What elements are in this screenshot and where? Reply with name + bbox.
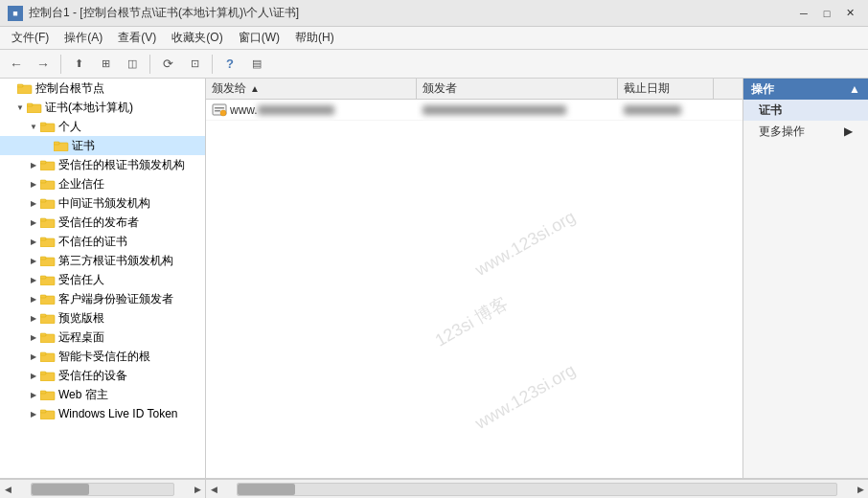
menu-favorites[interactable]: 收藏夹(O) [164,27,230,49]
menu-bar: 文件(F) 操作(A) 查看(V) 收藏夹(O) 窗口(W) 帮助(H) [0,27,868,50]
folder-icon-preview [40,311,56,325]
title-bar-controls: ─ □ ✕ [793,4,860,23]
toolbar-up[interactable]: ⬆ [66,53,91,76]
toolbar-show-hide[interactable]: ⊞ [93,53,118,76]
toolbar-back[interactable]: ← [4,53,29,76]
status-bar: ◀ ▶ ◀ ▶ [0,479,868,498]
toolbar-sep-2 [149,55,150,74]
tree-item-windows-live[interactable]: ▶ Windows Live ID Token [0,404,205,423]
col-header-issuedto[interactable]: 颁发给 ▲ [206,79,417,99]
maximize-button[interactable]: □ [816,4,837,23]
menu-help[interactable]: 帮助(H) [287,27,342,49]
tree-item-remote-desktop[interactable]: ▶ 远程桌面 [0,328,205,347]
right-panel-more-arrow-icon: ▶ [844,124,853,138]
expand-icon-personal-certs [40,139,54,152]
tree-item-enterprise-trust[interactable]: ▶ 企业信任 [0,174,205,193]
folder-icon-windows-live [40,407,56,420]
folder-icon-smart-card [40,350,56,363]
svg-rect-1 [17,84,23,87]
right-panel-more-actions[interactable]: 更多操作 ▶ [743,121,868,142]
svg-rect-38 [215,110,220,112]
tree-item-smart-card[interactable]: ▶ 智能卡受信任的根 [0,347,205,366]
tree-item-trusted-people[interactable]: ▶ 受信任人 [0,270,205,289]
right-horizontal-scrollbar[interactable] [237,483,837,496]
tree-label-trusted-devices: 受信任的设备 [58,368,127,384]
svg-rect-7 [54,142,59,145]
col-header-expiry[interactable]: 截止日期 [618,79,714,99]
tree-label-trusted-publishers: 受信任的发布者 [58,215,139,231]
toolbar-details[interactable]: ◫ [120,53,145,76]
toolbar-properties[interactable]: ▤ [244,53,269,76]
left-scroll-right-arrow[interactable]: ▶ [190,482,205,497]
tree-label-windows-live: Windows Live ID Token [58,407,178,420]
col-header-issuedby[interactable]: 颁发者 [417,79,618,99]
toolbar-sep-3 [212,55,213,74]
tree-label-personal-certs: 证书 [72,138,95,154]
svg-rect-35 [40,410,46,413]
title-bar-left: ■ 控制台1 - [控制台根节点\证书(本地计算机)\个人\证书] [8,5,299,21]
left-scroll-left-arrow[interactable]: ◀ [0,482,15,497]
menu-file[interactable]: 文件(F) [4,27,57,49]
folder-icon-remote-desktop [40,330,56,344]
folder-icon-trusted-root [40,158,56,171]
tree-item-personal[interactable]: ▼ 个人 [0,117,205,136]
tree-label-enterprise-trust: 企业信任 [58,176,104,192]
expand-icon-smart-card: ▶ [27,350,40,363]
minimize-button[interactable]: ─ [793,4,814,23]
toolbar-forward[interactable]: → [31,53,56,76]
menu-view[interactable]: 查看(V) [110,27,164,49]
tree-item-certs-local[interactable]: ▼ 证书(本地计算机) [0,98,205,117]
svg-rect-31 [40,372,46,374]
right-scroll-right-arrow[interactable]: ▶ [853,482,868,497]
tree-item-intermediate[interactable]: ▶ 中间证书颁发机构 [0,193,205,213]
folder-icon-web-hosting [40,388,56,401]
list-row[interactable]: www. [206,100,742,121]
svg-rect-11 [40,180,46,183]
tree-item-trusted-root[interactable]: ▶ 受信任的根证书颁发机构 [0,155,205,174]
tree-item-personal-certs[interactable]: 证书 [0,136,205,155]
svg-point-39 [220,110,226,116]
tree-label-untrusted: 不信任的证书 [58,234,127,250]
app-icon: ■ [8,6,23,21]
folder-icon-untrusted [40,235,56,248]
tree-item-trusted-publishers[interactable]: ▶ 受信任的发布者 [0,213,205,232]
svg-rect-9 [40,161,46,164]
tree-label-preview: 预览版根 [58,310,104,327]
tree-label-remote-desktop: 远程桌面 [58,329,104,346]
tree-item-client-auth[interactable]: ▶ 客户端身份验证颁发者 [0,289,205,308]
folder-icon-personal-certs [54,139,69,152]
tree-item-untrusted[interactable]: ▶ 不信任的证书 [0,232,205,251]
expand-icon-trusted-publishers: ▶ [27,215,40,229]
tree-item-root[interactable]: 控制台根节点 [0,79,205,98]
blurred-domain [258,105,334,115]
left-horizontal-scrollbar[interactable] [31,483,174,496]
menu-action[interactable]: 操作(A) [57,27,110,49]
left-panel: 控制台根节点 ▼ 证书(本地计算机) ▼ 个人 [0,79,206,478]
right-panel-certs[interactable]: 证书 true [743,100,868,121]
expand-icon-client-auth: ▶ [27,292,40,306]
toolbar-export[interactable]: ⊡ [182,53,207,76]
tree-item-third-party-root[interactable]: ▶ 第三方根证书颁发机构 [0,251,205,270]
tree-item-trusted-devices[interactable]: ▶ 受信任的设备 [0,366,205,385]
expand-icon-trusted-root: ▶ [27,158,40,171]
toolbar-refresh[interactable]: ⟳ [155,53,180,76]
menu-window[interactable]: 窗口(W) [231,27,287,49]
folder-icon-trusted-people [40,273,56,286]
expand-icon-trusted-devices: ▶ [27,369,40,382]
tree-item-web-hosting[interactable]: ▶ Web 宿主 [0,385,205,404]
folder-icon-root [17,81,33,95]
window-title: 控制台1 - [控制台根节点\证书(本地计算机)\个人\证书] [29,5,299,21]
right-scrollbar-thumb [238,484,295,495]
toolbar-help[interactable]: ? [217,53,242,76]
svg-rect-23 [40,295,46,298]
tree-item-preview[interactable]: ▶ 预览版根 [0,308,205,328]
right-scroll-left-arrow[interactable]: ◀ [206,482,221,497]
sort-arrow-icon: ▲ [250,83,260,94]
svg-rect-17 [40,238,46,240]
folder-icon-intermediate [40,196,56,210]
left-scrollbar-thumb [32,484,89,495]
close-button[interactable]: ✕ [839,4,860,23]
expand-icon-web-hosting: ▶ [27,388,40,401]
cell-issuedby [417,100,618,120]
svg-rect-3 [27,103,33,106]
